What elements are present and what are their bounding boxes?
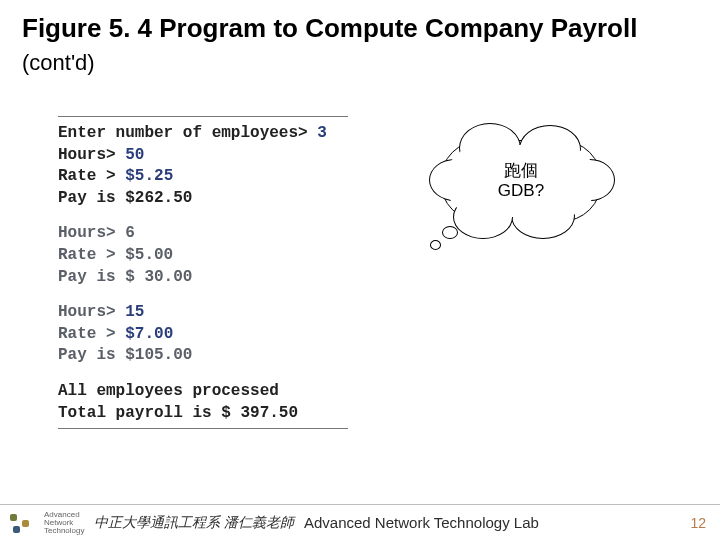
text: Rate >: [58, 167, 125, 185]
logo-dot: [10, 514, 17, 521]
slide: Figure 5. 4 Program to Compute Company P…: [0, 0, 720, 540]
thought-text: 跑個 GDB?: [441, 141, 601, 221]
value: 3: [317, 124, 327, 142]
line: Hours> 6: [58, 223, 348, 245]
line: Rate > $5.00: [58, 245, 348, 267]
value: $5.25: [125, 167, 173, 185]
title-main: Figure 5. 4 Program to Compute Company P…: [22, 13, 637, 43]
thought-line2: GDB?: [498, 181, 544, 201]
line: Rate > $7.00: [58, 324, 348, 346]
line: Rate > $5.25: [58, 166, 348, 188]
line: Pay is $262.50: [58, 188, 348, 210]
logo-dot: [22, 520, 29, 527]
spacer: [58, 209, 348, 223]
footer-english: Advanced Network Technology Lab: [304, 514, 539, 531]
value: 15: [125, 303, 144, 321]
line: All employees processed: [58, 381, 348, 403]
slide-title: Figure 5. 4 Program to Compute Company P…: [22, 12, 698, 77]
line: Total payroll is $ 397.50: [58, 403, 348, 425]
program-output: Enter number of employees> 3 Hours> 50 R…: [58, 112, 348, 435]
lab-logo: [8, 511, 38, 535]
title-contd: (cont'd): [22, 50, 95, 75]
page-number: 12: [690, 515, 706, 531]
thought-bubble: 跑個 GDB?: [440, 140, 610, 270]
cloud-tail: [442, 226, 458, 239]
spacer: [58, 288, 348, 302]
rule-top: [58, 116, 348, 117]
cloud-body: 跑個 GDB?: [440, 140, 602, 222]
text: Rate >: [58, 325, 125, 343]
cloud-tail: [430, 240, 441, 250]
text: Hours>: [58, 146, 125, 164]
value: $7.00: [125, 325, 173, 343]
line: Pay is $ 30.00: [58, 267, 348, 289]
logo-dot: [13, 526, 20, 533]
line: Enter number of employees> 3: [58, 123, 348, 145]
spacer: [58, 367, 348, 381]
text: Enter number of employees>: [58, 124, 317, 142]
thought-line1: 跑個: [504, 161, 538, 181]
text: Hours>: [58, 303, 125, 321]
line: Hours> 15: [58, 302, 348, 324]
rule-bottom: [58, 428, 348, 429]
logo-caption: AdvancedNetworkTechnology: [44, 511, 84, 535]
footer-chinese: 中正大學通訊工程系 潘仁義老師: [94, 514, 294, 532]
value: 50: [125, 146, 144, 164]
line: Pay is $105.00: [58, 345, 348, 367]
slide-footer: AdvancedNetworkTechnology 中正大學通訊工程系 潘仁義老…: [0, 504, 720, 540]
line: Hours> 50: [58, 145, 348, 167]
